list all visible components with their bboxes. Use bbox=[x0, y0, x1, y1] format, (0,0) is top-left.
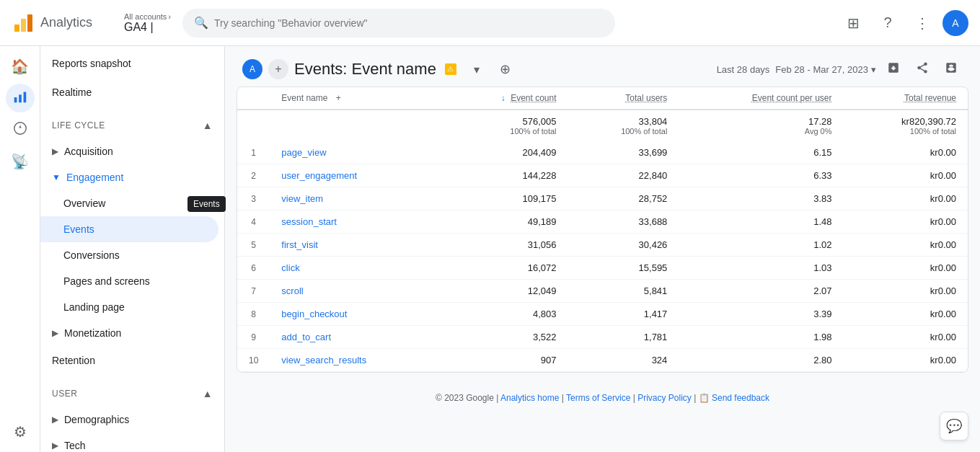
event-name-link[interactable]: page_view bbox=[281, 147, 326, 158]
sidebar-item-tech[interactable]: ▶ Tech bbox=[40, 433, 224, 452]
table-row: 6 click 16,072 15,595 1.03 kr0.00 bbox=[237, 257, 968, 280]
logo-area: Analytics bbox=[12, 12, 112, 35]
event-name-cell: scroll bbox=[270, 280, 442, 303]
more-vert-icon-button[interactable]: ⋮ bbox=[908, 9, 937, 37]
feedback-button[interactable]: 💬 bbox=[940, 412, 968, 440]
main-content: A + Events: Event name ⚠ ▾ ⊕ Last 28 day… bbox=[225, 46, 980, 452]
rank-cell: 5 bbox=[237, 234, 270, 257]
sidebar-sub-item-conversions[interactable]: Conversions bbox=[40, 242, 224, 268]
reports-snapshot-label: Reports snapshot bbox=[52, 58, 131, 69]
total-revenue-cell: kr0.00 bbox=[843, 164, 968, 187]
nav-advertising-button[interactable]: 📡 bbox=[6, 147, 35, 176]
nav-home-button[interactable]: 🏠 bbox=[6, 52, 35, 81]
event-name-link[interactable]: scroll bbox=[281, 285, 303, 296]
analytics-home-link[interactable]: Analytics home bbox=[500, 393, 559, 403]
avatar[interactable]: A bbox=[943, 10, 968, 36]
apps-icon-button[interactable]: ⊞ bbox=[839, 9, 868, 37]
event-count-per-user-sub: Avg 0% bbox=[690, 127, 831, 136]
event-count-per-user-header-label: Event count per user bbox=[752, 93, 832, 103]
total-users-column-header[interactable]: Total users bbox=[568, 87, 679, 110]
events-table: Event name + ↓ Event count Total users E… bbox=[237, 87, 968, 372]
explore-icon bbox=[12, 120, 28, 140]
table-row: 8 begin_checkout 4,803 1,417 3.39 kr0.00 bbox=[237, 303, 968, 326]
add-circle-icon: ⊕ bbox=[500, 61, 511, 77]
chat-icon: 💬 bbox=[946, 418, 962, 434]
sidebar-item-monetization[interactable]: ▶ Monetization bbox=[40, 320, 224, 346]
acquisition-label: Acquisition bbox=[64, 146, 113, 157]
page-header-right: Last 28 days Feb 28 - Mar 27, 2023 ▾ bbox=[717, 58, 963, 81]
total-revenue-cell: kr0.00 bbox=[843, 187, 968, 211]
add-metric-button[interactable]: ⊕ bbox=[494, 58, 517, 81]
nav-reports-button[interactable] bbox=[6, 84, 35, 112]
nav-explore-button[interactable] bbox=[6, 115, 35, 144]
event-count-cell: 144,228 bbox=[443, 164, 568, 187]
total-revenue-cell: kr0.00 bbox=[843, 326, 968, 349]
date-range-picker[interactable]: Feb 28 - Mar 27, 2023 ▾ bbox=[775, 64, 876, 75]
terms-of-service-link[interactable]: Terms of Service bbox=[566, 393, 630, 403]
more-vert-icon: ⋮ bbox=[915, 14, 930, 32]
svg-rect-5 bbox=[23, 92, 26, 102]
help-icon-button[interactable]: ? bbox=[873, 9, 902, 37]
rank-cell: 6 bbox=[237, 257, 270, 280]
nav-settings-button[interactable]: ⚙ bbox=[6, 417, 35, 446]
event-name-link[interactable]: session_start bbox=[281, 216, 337, 227]
sidebar-item-engagement[interactable]: ▼ Engagement bbox=[40, 164, 224, 190]
title-dropdown-button[interactable]: ▾ bbox=[465, 58, 488, 81]
sidebar-item-retention[interactable]: Retention bbox=[40, 346, 224, 375]
event-name-cell: click bbox=[270, 257, 442, 280]
event-count-column-header[interactable]: ↓ Event count bbox=[443, 87, 568, 110]
event-count-cell: 4,803 bbox=[443, 303, 568, 326]
rank-cell: 2 bbox=[237, 164, 270, 187]
event-name-link[interactable]: view_item bbox=[281, 193, 323, 204]
sidebar-item-acquisition[interactable]: ▶ Acquisition bbox=[40, 138, 224, 164]
rank-column-header bbox=[237, 87, 270, 110]
total-revenue-header-label: Total revenue bbox=[904, 93, 956, 103]
add-comparison-button[interactable]: + bbox=[268, 59, 288, 79]
avatar-small: A bbox=[242, 59, 262, 79]
search-bar[interactable]: 🔍 bbox=[182, 9, 615, 37]
event-name-link[interactable]: first_visit bbox=[281, 239, 318, 250]
sidebar-item-reports-snapshot[interactable]: Reports snapshot bbox=[40, 49, 224, 78]
event-count-per-user-cell: 3.83 bbox=[679, 187, 843, 211]
sidebar-sub-item-pages-and-screens[interactable]: Pages and screens bbox=[40, 268, 224, 294]
insights-button[interactable] bbox=[940, 58, 963, 81]
date-range-value: Feb 28 - Mar 27, 2023 bbox=[775, 64, 868, 75]
chevron-right-tech-icon: ▶ bbox=[52, 440, 58, 451]
sidebar-item-demographics[interactable]: ▶ Demographics bbox=[40, 407, 224, 433]
export-button[interactable] bbox=[882, 58, 905, 81]
privacy-policy-link[interactable]: Privacy Policy bbox=[637, 393, 692, 403]
account-selector[interactable]: All accounts › GA4 | bbox=[124, 12, 171, 34]
event-name-column-header[interactable]: Event name + bbox=[270, 87, 442, 110]
share-button[interactable] bbox=[911, 58, 934, 81]
apps-icon: ⊞ bbox=[847, 14, 860, 32]
event-name-link[interactable]: view_search_results bbox=[281, 355, 366, 365]
sidebar-sub-item-events[interactable]: Events bbox=[40, 216, 218, 242]
send-feedback-link[interactable]: Send feedback bbox=[712, 393, 769, 403]
svg-marker-7 bbox=[19, 125, 22, 128]
add-column-icon[interactable]: + bbox=[336, 93, 341, 103]
copyright-text: © 2023 Google bbox=[436, 393, 494, 403]
event-count-cell: 16,072 bbox=[443, 257, 568, 280]
sidebar-sub-item-landing-page[interactable]: Landing page bbox=[40, 294, 224, 320]
insights-icon bbox=[945, 61, 958, 77]
event-name-link[interactable]: user_engagement bbox=[281, 170, 357, 181]
lifecycle-header[interactable]: Life cycle ▲ bbox=[40, 112, 224, 138]
top-header: Analytics All accounts › GA4 | 🔍 ⊞ ? ⋮ A bbox=[0, 0, 980, 46]
event-count-per-user-cell: 2.07 bbox=[679, 280, 843, 303]
total-revenue-cell: kr0.00 bbox=[843, 303, 968, 326]
landing-page-label: Landing page bbox=[63, 301, 125, 313]
event-name-link[interactable]: begin_checkout bbox=[281, 309, 347, 319]
event-name-link[interactable]: click bbox=[281, 262, 299, 273]
sidebar-item-realtime[interactable]: Realtime bbox=[40, 78, 224, 107]
date-range-label: Last 28 days bbox=[717, 64, 770, 75]
total-revenue-column-header[interactable]: Total revenue bbox=[843, 87, 968, 110]
user-header[interactable]: User ▲ bbox=[40, 381, 224, 407]
user-label: User bbox=[52, 389, 77, 399]
search-input[interactable] bbox=[214, 17, 604, 29]
icon-nav: 🏠 📡 ⚙ bbox=[0, 46, 40, 452]
warning-icon: ⚠ bbox=[445, 63, 456, 75]
event-count-per-user-column-header[interactable]: Event count per user bbox=[679, 87, 843, 110]
event-name-link[interactable]: add_to_cart bbox=[281, 332, 331, 342]
total-users-cell: 324 bbox=[568, 349, 679, 372]
send-feedback-icon: 📋 bbox=[699, 393, 710, 403]
